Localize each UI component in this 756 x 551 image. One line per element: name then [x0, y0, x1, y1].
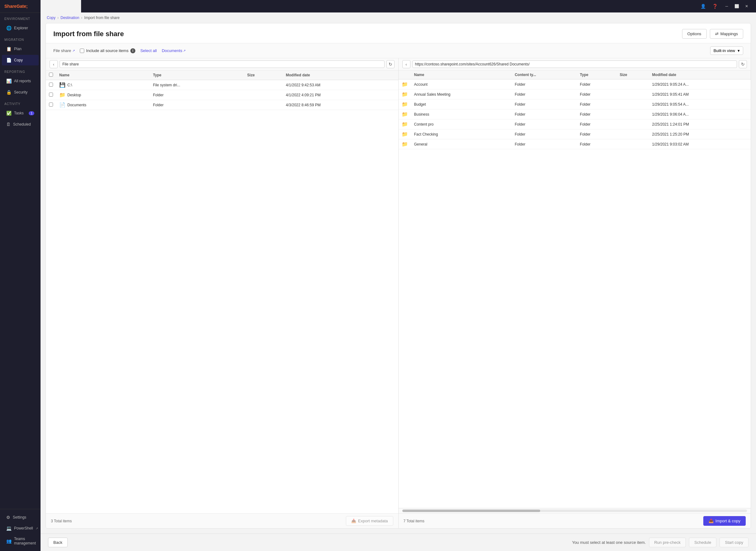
folder-icon: 📁	[402, 112, 408, 117]
right-refresh-button[interactable]: ↻	[739, 60, 747, 68]
row-size	[244, 80, 283, 90]
reports-icon: 📊	[6, 78, 12, 83]
table-row[interactable]: 📁 Annual Sales Meeting Folder Folder 1/2…	[399, 89, 751, 99]
right-col-content-type[interactable]: Content ty...	[511, 70, 577, 79]
folder-blue-icon: 📁	[59, 92, 65, 98]
start-copy-button[interactable]: Start copy	[720, 538, 749, 547]
table-row[interactable]: 📁 Business Folder Folder 1/29/2021 9:06:…	[399, 109, 751, 119]
help-icon[interactable]: ❓	[711, 2, 719, 11]
explorer-icon: 🌐	[6, 26, 12, 31]
restore-button[interactable]: ⬜	[732, 2, 741, 11]
row-type: Folder	[577, 139, 616, 149]
sidebar-item-tasks[interactable]: ✅ Tasks 1	[2, 108, 39, 118]
left-pane-footer: 3 Total items 📥 Export metadata	[46, 513, 398, 528]
row-name: Budget	[411, 99, 512, 109]
left-footer-right: 📥 Export metadata	[346, 516, 393, 526]
horizontal-scrollbar[interactable]	[402, 510, 747, 512]
sidebar-item-powershell[interactable]: 💻 PowerShell ↗	[2, 523, 39, 534]
import-copy-button[interactable]: 📥 Import & copy	[703, 516, 746, 526]
folder-icon: 📁	[402, 121, 408, 127]
left-path-input[interactable]	[59, 60, 385, 68]
row-modified: 1/29/2021 9:05:54 A...	[649, 99, 751, 109]
row-checkbox[interactable]	[49, 93, 53, 97]
row-checkbox-cell[interactable]	[46, 100, 56, 110]
sidebar-item-all-reports[interactable]: 📊 All reports	[2, 76, 39, 86]
left-pane-scroll[interactable]: Name Type Size Modified date 💾C:\ File s…	[46, 70, 398, 513]
row-name-cell: 📄Documents	[56, 100, 150, 110]
schedule-button[interactable]: Schedule	[689, 538, 716, 547]
right-col-name[interactable]: Name	[411, 70, 512, 79]
sidebar-item-explorer[interactable]: 🌐 Explorer	[2, 23, 39, 33]
right-back-button[interactable]: ‹	[402, 60, 411, 68]
row-modified: 1/29/2021 9:05:24 A...	[649, 79, 751, 89]
bottom-bar: Back You must select at least one source…	[40, 534, 756, 551]
folder-icon: 📁	[402, 82, 408, 87]
toolbar-row: File share ↗ Include all source items i …	[46, 43, 751, 58]
left-pane: ‹ ↻ Name Type Size	[46, 58, 399, 528]
row-modified: 4/1/2022 9:42:53 AM	[283, 80, 398, 90]
table-row[interactable]: 💾C:\ File system dri... 4/1/2022 9:42:53…	[46, 80, 398, 90]
run-precheck-button[interactable]: Run pre-check	[649, 538, 686, 547]
right-file-table: Name Content ty... Type Size Modified da…	[399, 70, 751, 149]
table-row[interactable]: 📄Documents Folder 4/3/2022 8:46:59 PM	[46, 100, 398, 110]
minimize-button[interactable]: ─	[722, 2, 731, 11]
plan-icon: 📋	[6, 46, 12, 51]
breadcrumb-copy[interactable]: Copy	[47, 16, 55, 20]
row-checkbox[interactable]	[49, 83, 53, 87]
row-checkbox[interactable]	[49, 102, 53, 107]
right-pane-scroll[interactable]: Name Content ty... Type Size Modified da…	[399, 70, 751, 508]
logo-text: ShareGate;	[4, 4, 28, 9]
options-button[interactable]: Options	[682, 29, 707, 39]
export-metadata-button[interactable]: 📥 Export metadata	[346, 516, 393, 526]
table-row[interactable]: 📁 Budget Folder Folder 1/29/2021 9:05:54…	[399, 99, 751, 109]
breadcrumb-destination[interactable]: Destination	[60, 16, 79, 20]
row-type: Folder	[577, 99, 616, 109]
sidebar-item-teams[interactable]: 👥 Teams management	[2, 534, 39, 548]
select-all-link[interactable]: Select all	[140, 48, 157, 53]
include-all-checkbox[interactable]	[80, 49, 84, 53]
env-section-label: Environment	[0, 13, 40, 22]
select-all-left-checkbox[interactable]	[49, 73, 53, 77]
row-checkbox-cell[interactable]	[46, 90, 56, 100]
reporting-section-label: Reporting	[0, 66, 40, 75]
tasks-badge: 1	[29, 111, 34, 115]
left-col-size[interactable]: Size	[244, 70, 283, 80]
sidebar-item-label: Plan	[14, 47, 21, 51]
window-controls: ─ ⬜ ✕	[722, 2, 751, 11]
left-col-checkbox	[46, 70, 56, 80]
sidebar-item-security[interactable]: 🔒 Security	[2, 87, 39, 97]
sidebar-item-plan[interactable]: 📋 Plan	[2, 44, 39, 54]
sidebar-item-scheduled[interactable]: 🗓 Scheduled	[2, 119, 39, 130]
sidebar-item-copy[interactable]: 📄 Copy	[2, 55, 39, 65]
documents-link[interactable]: Documents ↗	[162, 48, 186, 53]
left-file-table: Name Type Size Modified date 💾C:\ File s…	[46, 70, 398, 110]
right-path-input[interactable]	[412, 60, 737, 68]
right-col-modified[interactable]: Modified date	[649, 70, 751, 79]
right-col-size[interactable]: Size	[616, 70, 649, 79]
table-row[interactable]: 📁 General Folder Folder 1/29/2021 9:03:0…	[399, 139, 751, 149]
table-row[interactable]: 📁 Account Folder Folder 1/29/2021 9:05:2…	[399, 79, 751, 89]
left-back-button[interactable]: ‹	[50, 60, 58, 68]
table-row[interactable]: 📁Desktop Folder 4/1/2022 4:09:21 PM	[46, 90, 398, 100]
left-col-name[interactable]: Name	[56, 70, 150, 80]
table-row[interactable]: 📁 Fact Checking Folder Folder 2/25/2021 …	[399, 129, 751, 139]
row-checkbox-cell[interactable]	[46, 80, 56, 90]
left-col-modified[interactable]: Modified date	[283, 70, 398, 80]
table-row[interactable]: 📁 Content pro Folder Folder 2/25/2021 1:…	[399, 119, 751, 129]
drive-icon: 💾	[59, 82, 65, 88]
row-type: Folder	[577, 109, 616, 119]
bottom-bar-right: You must select at least one source item…	[572, 538, 749, 547]
sidebar-item-label: Tasks	[14, 111, 24, 115]
right-col-type[interactable]: Type	[577, 70, 616, 79]
include-all-checkbox-label[interactable]: Include all source items i	[80, 48, 136, 53]
mappings-button[interactable]: ⇄ Mappings	[710, 29, 743, 39]
back-button[interactable]: Back	[48, 538, 68, 547]
left-col-type[interactable]: Type	[150, 70, 244, 80]
account-icon[interactable]: 👤	[699, 2, 707, 11]
view-dropdown[interactable]: Built-in view ▾	[710, 46, 743, 55]
row-size	[616, 139, 649, 149]
sidebar-item-settings[interactable]: ⚙ Settings	[2, 512, 39, 523]
row-modified: 2/25/2021 1:24:01 PM	[649, 119, 751, 129]
close-button[interactable]: ✕	[742, 2, 751, 11]
left-refresh-button[interactable]: ↻	[387, 60, 395, 68]
